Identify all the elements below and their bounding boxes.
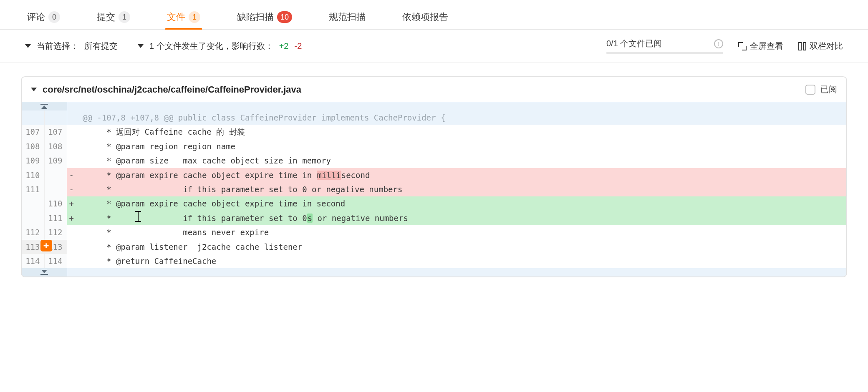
new-line-no: 110 [44, 196, 67, 211]
text-cursor-icon [135, 211, 141, 222]
new-line-no: 109 [44, 153, 67, 168]
tab-label: 提交 [97, 11, 115, 23]
tab-label: 评论 [27, 11, 45, 23]
file-header[interactable]: core/src/net/oschina/j2cache/caffeine/Ca… [22, 77, 846, 102]
diff-marker [67, 153, 76, 168]
change-summary: 1 个文件发生了变化，影响行数： [149, 40, 273, 52]
old-line-no: 110 [22, 168, 44, 182]
tab-count-badge: 10 [277, 11, 292, 23]
expand-up[interactable] [22, 102, 846, 111]
tab-dependency-report[interactable]: 依赖项报告 [401, 7, 450, 29]
progress-bar [606, 52, 723, 54]
add-comment-button[interactable]: + [40, 240, 52, 251]
diff-highlight: s [307, 214, 313, 223]
old-line-no [22, 196, 44, 211]
diff-line[interactable]: 111+ * if this parameter set to 0s or ne… [22, 211, 846, 225]
tab-defect-scan[interactable]: 缺陷扫描 10 [235, 7, 294, 29]
tab-label: 文件 [167, 11, 185, 23]
new-line-no: 107 [44, 125, 67, 139]
code-content[interactable]: * if this parameter set to 0s or negativ… [76, 211, 846, 225]
diff-marker [67, 125, 76, 139]
new-line-no [44, 168, 67, 182]
diff-line[interactable]: 114114 * @return CaffeineCache [22, 254, 846, 268]
dropdown-icon[interactable] [25, 44, 31, 48]
diff-line[interactable]: 107107 * 返回对 Caffeine cache 的 封装 [22, 125, 846, 139]
diff-marker: + [67, 196, 76, 211]
fullscreen-icon [738, 42, 747, 50]
code-content[interactable]: * @param size max cache object size in m… [76, 153, 846, 168]
file-path: core/src/net/oschina/j2cache/caffeine/Ca… [43, 84, 301, 95]
diff-highlight: milli [317, 171, 341, 180]
diff-line[interactable]: 110+ * @param expire cache object expire… [22, 196, 846, 211]
button-label: 双栏对比 [810, 40, 843, 52]
old-line-no: 114 [22, 254, 44, 268]
expand-down[interactable] [22, 268, 846, 276]
old-line-no: 107 [22, 125, 44, 139]
tab-files[interactable]: 文件 1 [165, 7, 202, 29]
tab-lint-scan[interactable]: 规范扫描 [327, 7, 367, 29]
read-progress: 0/1 个文件已阅 ! [606, 38, 723, 54]
code-content[interactable]: * @param expire cache object expire time… [76, 196, 846, 211]
diff-marker: + [67, 211, 76, 225]
old-line-no: 112 [22, 225, 44, 239]
new-line-no: 113+ [44, 240, 67, 254]
old-line-no: 108 [22, 139, 44, 153]
diff-marker [67, 139, 76, 153]
dropdown-icon[interactable] [138, 44, 144, 48]
diff-line[interactable]: 113113+ * @param listener j2cache cache … [22, 240, 846, 254]
code-content[interactable]: * 返回对 Caffeine cache 的 封装 [76, 125, 846, 139]
code-content[interactable]: * @param region region name [76, 139, 846, 153]
diff-file: core/src/net/oschina/j2cache/caffeine/Ca… [21, 76, 847, 277]
new-line-no: 108 [44, 139, 67, 153]
tab-label: 缺陷扫描 [237, 11, 274, 23]
current-select-label: 当前选择： [37, 40, 78, 52]
diff-line[interactable]: 108108 * @param region region name [22, 139, 846, 153]
hunk-text: @@ -107,8 +107,8 @@ public class Caffein… [76, 111, 846, 125]
split-view-button[interactable]: 双栏对比 [798, 40, 843, 52]
diff-line[interactable]: 109109 * @param size max cache object si… [22, 153, 846, 168]
diff-marker [67, 240, 76, 254]
split-icon [798, 42, 806, 50]
diff-line[interactable]: 112112 * means never expire [22, 225, 846, 239]
new-line-no [44, 182, 67, 196]
new-line-no: 111 [44, 211, 67, 225]
old-line-no [22, 211, 44, 225]
progress-text: 0/1 个文件已阅 [606, 38, 662, 49]
new-line-no: 114 [44, 254, 67, 268]
code-content[interactable]: * if this parameter set to 0 or negative… [76, 182, 846, 196]
current-select-value[interactable]: 所有提交 [84, 40, 118, 52]
read-checkbox[interactable] [805, 85, 815, 95]
lines-added: +2 [279, 41, 289, 51]
tab-count-badge: 1 [189, 11, 200, 23]
info-icon[interactable]: ! [714, 39, 723, 48]
code-content[interactable]: * @param listener j2cache cache listener [76, 240, 846, 254]
old-line-no: 109 [22, 153, 44, 168]
diff-marker: - [67, 182, 76, 196]
tab-comments[interactable]: 评论 0 [25, 7, 62, 29]
diff-marker [67, 225, 76, 239]
fullscreen-button[interactable]: 全屏查看 [738, 40, 783, 52]
code-content[interactable]: * @param expire cache object expire time… [76, 168, 846, 182]
diff-table: @@ -107,8 +107,8 @@ public class Caffein… [22, 102, 846, 276]
collapse-icon[interactable] [31, 88, 37, 91]
new-line-no: 112 [44, 225, 67, 239]
tab-count-badge: 1 [119, 11, 130, 23]
diff-line[interactable]: 110- * @param expire cache object expire… [22, 168, 846, 182]
read-label: 已阅 [820, 84, 837, 95]
diff-line[interactable]: 111- * if this parameter set to 0 or neg… [22, 182, 846, 196]
button-label: 全屏查看 [750, 40, 783, 52]
hunk-header: @@ -107,8 +107,8 @@ public class Caffein… [22, 111, 846, 125]
tab-label: 规范扫描 [329, 11, 366, 23]
diff-toolbar: 当前选择： 所有提交 1 个文件发生了变化，影响行数： +2 -2 0/1 个文… [0, 30, 868, 63]
lines-deleted: -2 [295, 41, 302, 51]
code-content[interactable]: * @return CaffeineCache [76, 254, 846, 268]
diff-marker: - [67, 168, 76, 182]
tab-count-badge: 0 [48, 11, 60, 23]
tab-label: 依赖项报告 [402, 11, 448, 23]
diff-marker [67, 254, 76, 268]
old-line-no: 111 [22, 182, 44, 196]
tabs-bar: 评论 0 提交 1 文件 1 缺陷扫描 10 规范扫描 依赖项报告 [0, 0, 868, 30]
code-content[interactable]: * means never expire [76, 225, 846, 239]
tab-commits[interactable]: 提交 1 [95, 7, 132, 29]
